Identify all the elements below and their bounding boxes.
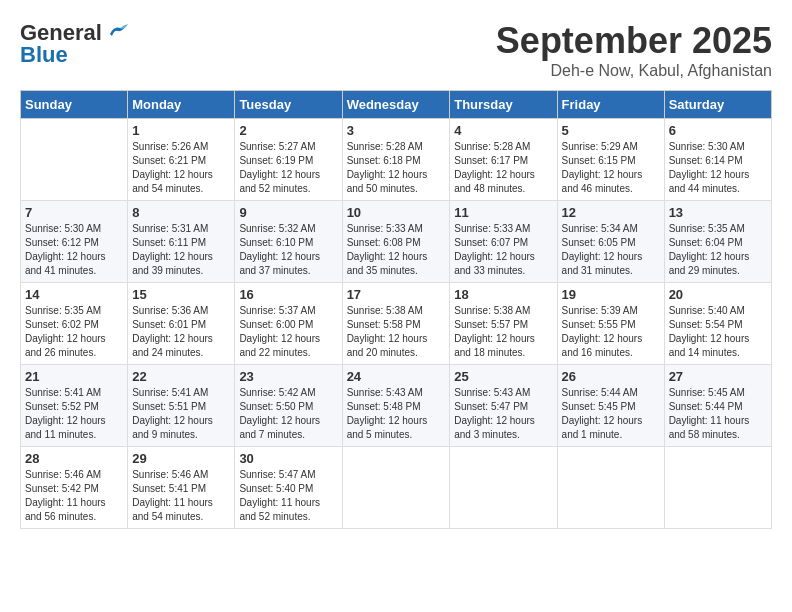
- day-number: 12: [562, 205, 660, 220]
- day-info: Sunrise: 5:46 AM Sunset: 5:41 PM Dayligh…: [132, 468, 230, 524]
- calendar-cell: 22Sunrise: 5:41 AM Sunset: 5:51 PM Dayli…: [128, 365, 235, 447]
- day-number: 17: [347, 287, 446, 302]
- logo-bird-icon: [106, 24, 128, 42]
- calendar-cell: 30Sunrise: 5:47 AM Sunset: 5:40 PM Dayli…: [235, 447, 342, 529]
- calendar-cell: 6Sunrise: 5:30 AM Sunset: 6:14 PM Daylig…: [664, 119, 771, 201]
- calendar-cell: 19Sunrise: 5:39 AM Sunset: 5:55 PM Dayli…: [557, 283, 664, 365]
- calendar-cell: [664, 447, 771, 529]
- logo-blue: Blue: [20, 42, 68, 68]
- day-info: Sunrise: 5:32 AM Sunset: 6:10 PM Dayligh…: [239, 222, 337, 278]
- day-info: Sunrise: 5:38 AM Sunset: 5:57 PM Dayligh…: [454, 304, 552, 360]
- day-info: Sunrise: 5:46 AM Sunset: 5:42 PM Dayligh…: [25, 468, 123, 524]
- day-number: 2: [239, 123, 337, 138]
- day-info: Sunrise: 5:43 AM Sunset: 5:47 PM Dayligh…: [454, 386, 552, 442]
- day-number: 9: [239, 205, 337, 220]
- calendar-cell: 13Sunrise: 5:35 AM Sunset: 6:04 PM Dayli…: [664, 201, 771, 283]
- calendar-cell: 24Sunrise: 5:43 AM Sunset: 5:48 PM Dayli…: [342, 365, 450, 447]
- day-info: Sunrise: 5:28 AM Sunset: 6:18 PM Dayligh…: [347, 140, 446, 196]
- logo: General Blue: [20, 20, 128, 68]
- day-info: Sunrise: 5:34 AM Sunset: 6:05 PM Dayligh…: [562, 222, 660, 278]
- page-header: General Blue September 2025 Deh-e Now, K…: [20, 20, 772, 80]
- calendar-cell: [557, 447, 664, 529]
- day-info: Sunrise: 5:36 AM Sunset: 6:01 PM Dayligh…: [132, 304, 230, 360]
- calendar-cell: [342, 447, 450, 529]
- day-number: 27: [669, 369, 767, 384]
- calendar-cell: 2Sunrise: 5:27 AM Sunset: 6:19 PM Daylig…: [235, 119, 342, 201]
- day-number: 18: [454, 287, 552, 302]
- calendar-cell: 25Sunrise: 5:43 AM Sunset: 5:47 PM Dayli…: [450, 365, 557, 447]
- day-info: Sunrise: 5:41 AM Sunset: 5:52 PM Dayligh…: [25, 386, 123, 442]
- day-info: Sunrise: 5:35 AM Sunset: 6:04 PM Dayligh…: [669, 222, 767, 278]
- day-number: 24: [347, 369, 446, 384]
- month-year-title: September 2025: [496, 20, 772, 62]
- day-info: Sunrise: 5:31 AM Sunset: 6:11 PM Dayligh…: [132, 222, 230, 278]
- calendar-cell: 16Sunrise: 5:37 AM Sunset: 6:00 PM Dayli…: [235, 283, 342, 365]
- calendar-cell: 4Sunrise: 5:28 AM Sunset: 6:17 PM Daylig…: [450, 119, 557, 201]
- calendar-cell: 28Sunrise: 5:46 AM Sunset: 5:42 PM Dayli…: [21, 447, 128, 529]
- calendar-cell: 11Sunrise: 5:33 AM Sunset: 6:07 PM Dayli…: [450, 201, 557, 283]
- day-info: Sunrise: 5:42 AM Sunset: 5:50 PM Dayligh…: [239, 386, 337, 442]
- day-info: Sunrise: 5:44 AM Sunset: 5:45 PM Dayligh…: [562, 386, 660, 442]
- calendar-cell: 10Sunrise: 5:33 AM Sunset: 6:08 PM Dayli…: [342, 201, 450, 283]
- day-number: 20: [669, 287, 767, 302]
- calendar-week-row: 28Sunrise: 5:46 AM Sunset: 5:42 PM Dayli…: [21, 447, 772, 529]
- day-info: Sunrise: 5:33 AM Sunset: 6:07 PM Dayligh…: [454, 222, 552, 278]
- calendar-cell: 9Sunrise: 5:32 AM Sunset: 6:10 PM Daylig…: [235, 201, 342, 283]
- calendar-cell: 26Sunrise: 5:44 AM Sunset: 5:45 PM Dayli…: [557, 365, 664, 447]
- day-info: Sunrise: 5:47 AM Sunset: 5:40 PM Dayligh…: [239, 468, 337, 524]
- weekday-header-saturday: Saturday: [664, 91, 771, 119]
- day-number: 14: [25, 287, 123, 302]
- calendar-cell: [450, 447, 557, 529]
- day-number: 4: [454, 123, 552, 138]
- day-info: Sunrise: 5:33 AM Sunset: 6:08 PM Dayligh…: [347, 222, 446, 278]
- calendar-cell: 21Sunrise: 5:41 AM Sunset: 5:52 PM Dayli…: [21, 365, 128, 447]
- calendar-cell: 3Sunrise: 5:28 AM Sunset: 6:18 PM Daylig…: [342, 119, 450, 201]
- calendar-cell: 1Sunrise: 5:26 AM Sunset: 6:21 PM Daylig…: [128, 119, 235, 201]
- day-info: Sunrise: 5:41 AM Sunset: 5:51 PM Dayligh…: [132, 386, 230, 442]
- calendar-cell: 8Sunrise: 5:31 AM Sunset: 6:11 PM Daylig…: [128, 201, 235, 283]
- day-number: 23: [239, 369, 337, 384]
- day-number: 5: [562, 123, 660, 138]
- day-info: Sunrise: 5:45 AM Sunset: 5:44 PM Dayligh…: [669, 386, 767, 442]
- day-info: Sunrise: 5:37 AM Sunset: 6:00 PM Dayligh…: [239, 304, 337, 360]
- day-info: Sunrise: 5:43 AM Sunset: 5:48 PM Dayligh…: [347, 386, 446, 442]
- day-info: Sunrise: 5:38 AM Sunset: 5:58 PM Dayligh…: [347, 304, 446, 360]
- day-info: Sunrise: 5:39 AM Sunset: 5:55 PM Dayligh…: [562, 304, 660, 360]
- day-number: 29: [132, 451, 230, 466]
- calendar-cell: 7Sunrise: 5:30 AM Sunset: 6:12 PM Daylig…: [21, 201, 128, 283]
- calendar-week-row: 1Sunrise: 5:26 AM Sunset: 6:21 PM Daylig…: [21, 119, 772, 201]
- day-number: 11: [454, 205, 552, 220]
- weekday-header-thursday: Thursday: [450, 91, 557, 119]
- day-number: 25: [454, 369, 552, 384]
- weekday-header-row: SundayMondayTuesdayWednesdayThursdayFrid…: [21, 91, 772, 119]
- day-info: Sunrise: 5:30 AM Sunset: 6:12 PM Dayligh…: [25, 222, 123, 278]
- day-number: 3: [347, 123, 446, 138]
- calendar-week-row: 14Sunrise: 5:35 AM Sunset: 6:02 PM Dayli…: [21, 283, 772, 365]
- day-number: 7: [25, 205, 123, 220]
- calendar-cell: 27Sunrise: 5:45 AM Sunset: 5:44 PM Dayli…: [664, 365, 771, 447]
- day-number: 21: [25, 369, 123, 384]
- day-number: 16: [239, 287, 337, 302]
- weekday-header-friday: Friday: [557, 91, 664, 119]
- day-number: 6: [669, 123, 767, 138]
- day-info: Sunrise: 5:30 AM Sunset: 6:14 PM Dayligh…: [669, 140, 767, 196]
- calendar-table: SundayMondayTuesdayWednesdayThursdayFrid…: [20, 90, 772, 529]
- weekday-header-sunday: Sunday: [21, 91, 128, 119]
- calendar-cell: 20Sunrise: 5:40 AM Sunset: 5:54 PM Dayli…: [664, 283, 771, 365]
- day-number: 1: [132, 123, 230, 138]
- day-info: Sunrise: 5:26 AM Sunset: 6:21 PM Dayligh…: [132, 140, 230, 196]
- day-info: Sunrise: 5:29 AM Sunset: 6:15 PM Dayligh…: [562, 140, 660, 196]
- day-info: Sunrise: 5:27 AM Sunset: 6:19 PM Dayligh…: [239, 140, 337, 196]
- day-number: 26: [562, 369, 660, 384]
- calendar-cell: 29Sunrise: 5:46 AM Sunset: 5:41 PM Dayli…: [128, 447, 235, 529]
- weekday-header-monday: Monday: [128, 91, 235, 119]
- day-info: Sunrise: 5:35 AM Sunset: 6:02 PM Dayligh…: [25, 304, 123, 360]
- day-number: 8: [132, 205, 230, 220]
- calendar-cell: 15Sunrise: 5:36 AM Sunset: 6:01 PM Dayli…: [128, 283, 235, 365]
- calendar-cell: 14Sunrise: 5:35 AM Sunset: 6:02 PM Dayli…: [21, 283, 128, 365]
- calendar-week-row: 21Sunrise: 5:41 AM Sunset: 5:52 PM Dayli…: [21, 365, 772, 447]
- calendar-cell: 18Sunrise: 5:38 AM Sunset: 5:57 PM Dayli…: [450, 283, 557, 365]
- title-section: September 2025 Deh-e Now, Kabul, Afghani…: [496, 20, 772, 80]
- day-info: Sunrise: 5:28 AM Sunset: 6:17 PM Dayligh…: [454, 140, 552, 196]
- location-subtitle: Deh-e Now, Kabul, Afghanistan: [496, 62, 772, 80]
